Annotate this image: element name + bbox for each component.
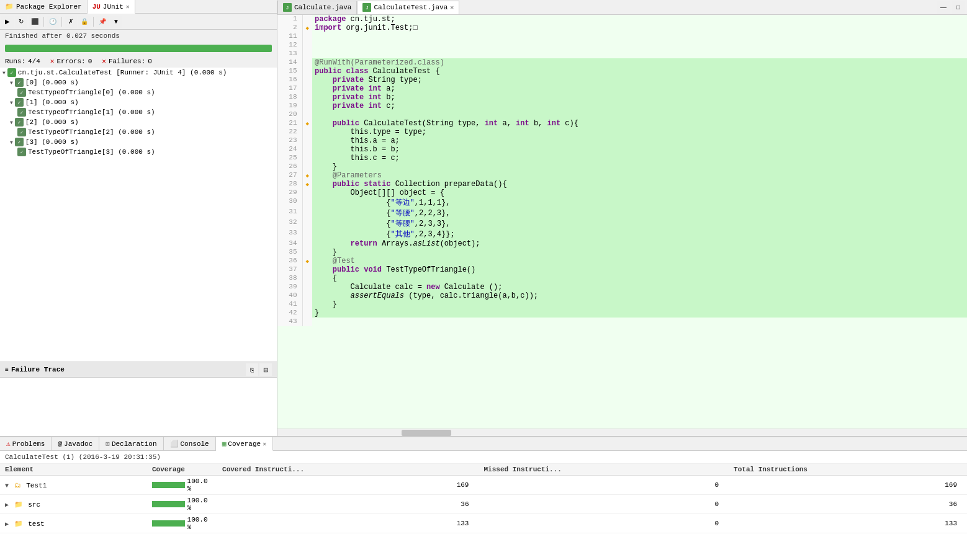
line-code-14[interactable]: @RunWith(Parameterized.class) (312, 58, 967, 67)
tab-package-explorer[interactable]: 📁 Package Explorer (0, 0, 88, 14)
line-code-29[interactable]: Object[][] object = { (312, 189, 967, 197)
line-gutter-13 (302, 50, 312, 58)
tree-method-0[interactable]: ✓ TestTypeOfTriangle[0] (0.000 s) (15, 87, 277, 97)
line-code-1[interactable]: package cn.tju.st; (312, 15, 967, 24)
failures-only-button[interactable]: ✗ (65, 16, 77, 28)
tree-group-3[interactable]: ▼ ✓ [3] (0.000 s) (7, 137, 277, 147)
tree-root[interactable]: ▼ ✓ cn.tju.st.CalculateTest [Runner: JUn… (0, 68, 277, 78)
method-icon-3: ✓ (17, 148, 26, 156)
errors-label: Errors: (56, 58, 85, 65)
runs-value: 4/4 (28, 58, 40, 65)
line-code-41[interactable]: } (312, 300, 967, 309)
chevron-2[interactable]: ▼ (10, 120, 13, 125)
coverage-tab-close[interactable]: ✕ (263, 440, 266, 448)
tab-problems[interactable]: ⚠ Problems (0, 437, 52, 451)
line-code-31[interactable]: {"等腰",2,2,3}, (312, 208, 967, 218)
scroll-lock-button[interactable]: 🔒 (78, 16, 91, 28)
code-line-28: 28 ◆ public static Collection prepareDat… (277, 180, 967, 189)
chevron-root[interactable]: ▼ (2, 70, 6, 76)
code-line-37: 37 public void TestTypeOfTriangle() (277, 265, 967, 274)
line-code-11[interactable] (312, 32, 967, 41)
editor-minimize-button[interactable]: — (937, 1, 950, 14)
line-code-12[interactable] (312, 41, 967, 50)
line-code-21[interactable]: public CalculateTest(String type, int a,… (312, 119, 967, 128)
line-code-43[interactable] (312, 318, 967, 326)
tab-declaration[interactable]: ⊡ Declaration (99, 437, 163, 451)
line-code-38[interactable]: { (312, 274, 967, 283)
package-explorer-icon: 📁 (5, 2, 14, 11)
line-code-25[interactable]: this.c = c; (312, 154, 967, 162)
line-code-26[interactable]: } (312, 162, 967, 171)
calculate-test-tab-close[interactable]: ✕ (450, 4, 454, 11)
view-menu-button[interactable]: ▼ (110, 16, 122, 28)
line-code-28[interactable]: public static Collection prepareData(){ (312, 180, 967, 189)
line-code-30[interactable]: {"等边",1,1,1}, (312, 197, 967, 208)
line-code-39[interactable]: Calculate calc = new Calculate (); (312, 283, 967, 291)
line-code-24[interactable]: this.b = b; (312, 145, 967, 154)
line-code-20[interactable] (312, 110, 967, 119)
coverage-row-src: ▶ 📁 src 100.0 % 36 0 36 (0, 495, 967, 514)
tab-label-package-explorer: Package Explorer (16, 3, 82, 11)
line-num-27: 27 (277, 171, 302, 180)
failure-trace-copy-button[interactable]: ⎘ (246, 363, 258, 376)
tree-method-2[interactable]: ✓ TestTypeOfTriangle[2] (0.000 s) (15, 127, 277, 137)
line-code-32[interactable]: {"等腰",2,3,3}, (312, 218, 967, 229)
pin-view-button[interactable]: 📌 (96, 16, 109, 28)
expand-test[interactable]: ▶ (5, 521, 9, 528)
line-code-33[interactable]: {"其他",2,3,4}}; (312, 229, 967, 239)
stop-button[interactable]: ⬛ (29, 16, 41, 28)
expand-test1[interactable]: ▼ (5, 482, 9, 489)
tree-group-1[interactable]: ▼ ✓ [1] (0.000 s) (7, 97, 277, 107)
line-code-18[interactable]: private int b; (312, 93, 967, 102)
tree-group-0[interactable]: ▼ ✓ [0] (0.000 s) (7, 78, 277, 87)
line-code-19[interactable]: private int c; (312, 102, 967, 110)
line-code-34[interactable]: return Arrays.asList(object); (312, 239, 967, 248)
chevron-0[interactable]: ▼ (10, 80, 13, 86)
tab-console[interactable]: ⬜ Console (164, 437, 216, 451)
line-gutter-25 (302, 154, 312, 162)
line-code-37[interactable]: public void TestTypeOfTriangle() (312, 265, 967, 274)
line-code-36[interactable]: @Test (312, 257, 967, 265)
chevron-3[interactable]: ▼ (10, 140, 13, 145)
failure-trace-filter-button[interactable]: ⊟ (259, 363, 272, 376)
coverage-table: Element Coverage Covered Instructi... Mi… (0, 464, 967, 533)
line-code-40[interactable]: assertEquals (type, calc.triangle(a,b,c)… (312, 291, 967, 300)
code-line-29: 29 Object[][] object = { (277, 189, 967, 197)
chevron-1[interactable]: ▼ (10, 100, 13, 105)
line-code-15[interactable]: public class CalculateTest { (312, 67, 967, 76)
editor-scroll[interactable]: 1 package cn.tju.st; 2 ◆ import org.juni… (277, 15, 967, 436)
expand-src[interactable]: ▶ (5, 502, 9, 509)
tab-coverage[interactable]: ▦ Coverage ✕ (216, 437, 273, 451)
code-line-43: 43 (277, 318, 967, 326)
code-line-33: 33 {"其他",2,3,4}}; (277, 229, 967, 239)
line-num-26: 26 (277, 162, 302, 171)
editor-maximize-button[interactable]: □ (952, 1, 965, 14)
line-code-42[interactable]: } (312, 309, 967, 318)
tree-group-2[interactable]: ▼ ✓ [2] (0.000 s) (7, 117, 277, 127)
tab-calculate[interactable]: J Calculate.java (277, 1, 357, 14)
line-code-13[interactable] (312, 50, 967, 58)
tree-method-3[interactable]: ✓ TestTypeOfTriangle[3] (0.000 s) (15, 147, 277, 157)
bar-container-test: 100.0 % (152, 516, 212, 531)
tab-junit[interactable]: JU JUnit ✕ (88, 0, 135, 14)
tab-calculate-test[interactable]: J CalculateTest.java ✕ (357, 1, 459, 14)
tab-javadoc[interactable]: @ Javadoc (52, 437, 99, 451)
junit-tab-close[interactable]: ✕ (126, 3, 130, 11)
rerun-failed-button[interactable]: ↻ (15, 16, 27, 28)
line-code-35[interactable]: } (312, 248, 967, 257)
covered-test1: 169 (217, 476, 479, 495)
line-code-2[interactable]: import org.junit.Test;□ (312, 24, 967, 32)
line-code-27[interactable]: @Parameters (312, 171, 967, 180)
history-button[interactable]: 🕐 (47, 16, 59, 28)
line-code-23[interactable]: this.a = a; (312, 136, 967, 145)
horizontal-scrollbar[interactable] (277, 429, 967, 436)
line-code-16[interactable]: private String type; (312, 76, 967, 84)
code-line-2: 2 ◆ import org.junit.Test;□ (277, 24, 967, 32)
suite-icon-root: ✓ (7, 68, 16, 77)
line-code-17[interactable]: private int a; (312, 84, 967, 93)
toolbar-sep-1 (43, 17, 44, 27)
tree-method-1[interactable]: ✓ TestTypeOfTriangle[1] (0.000 s) (15, 107, 277, 117)
line-code-22[interactable]: this.type = type; (312, 128, 967, 136)
rerun-button[interactable]: ▶ (1, 16, 14, 28)
line-num-38: 38 (277, 274, 302, 283)
